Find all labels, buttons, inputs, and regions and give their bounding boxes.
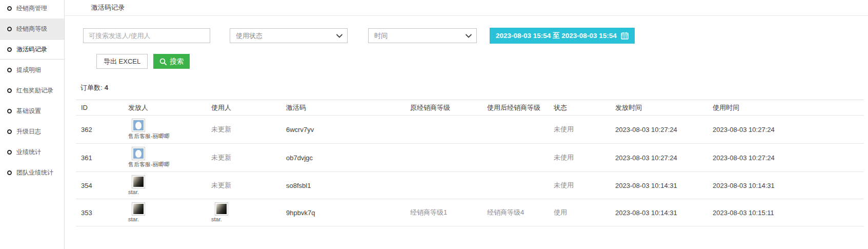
page-title-bar: 激活码记录 <box>65 0 868 16</box>
table-row: 353star.star.9hpbvk7q经销商等级1经销商等级4使用2023-… <box>76 199 864 226</box>
sidebar-item-2[interactable]: 激活码记录 <box>0 39 64 60</box>
person-name: 售后客服-丽唧唧 <box>128 132 170 140</box>
default-avatar-image <box>133 148 144 159</box>
sidebar-menu: 经销商管理经销商等级激活码记录提成明细红包奖励记录基础设置升级日志业绩统计团队业… <box>0 0 64 183</box>
avatar <box>132 175 145 188</box>
person-name: star. <box>128 189 145 195</box>
sidebar-item-7[interactable]: 业绩统计 <box>0 142 64 162</box>
photo-avatar-image <box>133 204 144 214</box>
table-row: 354star.未更新so8fsbl1未使用2023-08-03 10:14:3… <box>76 172 864 199</box>
cell-issued-at: 2023-08-03 10:14:31 <box>610 172 708 199</box>
cell-sender: 售后客服-丽唧唧 <box>123 116 206 144</box>
sidebar-item-label: 提成明细 <box>16 66 41 74</box>
table-row: 361售后客服-丽唧唧未更新ob7dvjgc未使用2023-08-03 10:2… <box>76 144 864 172</box>
sidebar-item-0[interactable]: 经销商管理 <box>0 0 64 18</box>
avatar <box>132 202 145 216</box>
cell-issued-at: 2023-08-03 10:14:31 <box>610 199 708 226</box>
cell-level-before <box>405 172 482 199</box>
photo-avatar-image <box>133 177 144 187</box>
cell-level-before <box>405 116 482 144</box>
status-select-value: 使用状态 <box>236 31 263 41</box>
sidebar-item-8[interactable]: 团队业绩统计 <box>0 162 64 183</box>
column-header: 使用后经销商等级 <box>482 100 549 116</box>
sidebar-item-4[interactable]: 红包奖励记录 <box>0 80 64 101</box>
order-count: 订单数:4 <box>76 83 864 92</box>
cell-used-at: 2023-08-03 10:27:24 <box>708 144 864 172</box>
column-header: 使用人 <box>206 100 281 116</box>
date-range-value: 2023-08-03 15:54 至 2023-08-03 15:54 <box>496 31 617 41</box>
circle-icon <box>7 150 12 155</box>
sidebar-item-1[interactable]: 经销商等级 <box>0 18 64 39</box>
cell-level-after: 经销商等级4 <box>482 199 549 226</box>
cell-id: 362 <box>76 116 123 144</box>
person: star. <box>128 202 145 222</box>
sidebar-item-5[interactable]: 基础设置 <box>0 101 64 121</box>
cell-id: 353 <box>76 199 123 226</box>
status-select[interactable]: 使用状态 <box>230 28 348 43</box>
person: 售后客服-丽唧唧 <box>128 119 170 140</box>
chevron-down-icon <box>466 34 472 38</box>
sidebar-item-label: 激活码记录 <box>16 45 47 54</box>
cell-used-at: 2023-08-03 10:15:11 <box>708 199 864 226</box>
button-row: 导出 EXCEL 搜索 <box>96 54 864 69</box>
cell-id: 361 <box>76 144 123 172</box>
search-button[interactable]: 搜索 <box>153 54 190 69</box>
export-excel-button[interactable]: 导出 EXCEL <box>96 54 148 69</box>
cell-issued-at: 2023-08-03 10:27:24 <box>610 144 708 172</box>
cell-status: 未使用 <box>549 172 610 199</box>
main-panel: 激活码记录 使用状态 时间 2023-08-03 15:54 至 2023-08… <box>65 0 868 249</box>
sidebar: 经销商管理经销商等级激活码记录提成明细红包奖励记录基础设置升级日志业绩统计团队业… <box>0 0 65 249</box>
cell-sender: 售后客服-丽唧唧 <box>123 144 206 172</box>
time-select-value: 时间 <box>374 31 388 41</box>
page-title: 激活码记录 <box>91 3 125 12</box>
cell-used-at: 2023-08-03 10:27:24 <box>708 116 864 144</box>
person: star. <box>211 202 228 222</box>
cell-user: 未更新 <box>206 172 281 199</box>
order-count-label: 订单数: <box>80 84 103 91</box>
cell-status: 使用 <box>549 199 610 226</box>
cell-status: 未使用 <box>549 144 610 172</box>
sidebar-item-label: 业绩统计 <box>16 148 41 157</box>
cell-used-at: 2023-08-03 10:14:31 <box>708 172 864 199</box>
order-count-value: 4 <box>105 84 108 91</box>
filter-row: 使用状态 时间 2023-08-03 15:54 至 2023-08-03 15… <box>76 28 864 44</box>
cell-sender: star. <box>123 172 206 199</box>
person-name: star. <box>211 216 228 222</box>
circle-icon <box>7 47 12 52</box>
sidebar-item-label: 升级日志 <box>16 127 41 136</box>
sidebar-item-label: 经销商管理 <box>16 4 47 13</box>
cell-level-after <box>482 144 549 172</box>
cell-level-after <box>482 116 549 144</box>
cell-code: 9hpbvk7q <box>281 199 405 226</box>
cell-sender: star. <box>123 199 206 226</box>
circle-icon <box>7 6 12 11</box>
circle-icon <box>7 109 12 113</box>
column-header: 激活码 <box>281 100 405 116</box>
column-header: 使用时间 <box>708 100 864 116</box>
default-avatar-image <box>133 120 144 130</box>
chevron-down-icon <box>336 34 342 38</box>
person-name: 售后客服-丽唧唧 <box>128 161 170 168</box>
search-input[interactable] <box>83 28 210 43</box>
date-range-button[interactable]: 2023-08-03 15:54 至 2023-08-03 15:54 <box>490 28 635 44</box>
cell-issued-at: 2023-08-03 10:27:24 <box>610 116 708 144</box>
calendar-icon <box>621 32 629 40</box>
sidebar-item-label: 红包奖励记录 <box>16 86 53 95</box>
cell-level-before: 经销商等级1 <box>405 199 482 226</box>
cell-user: 未更新 <box>206 144 281 172</box>
sidebar-item-label: 基础设置 <box>16 107 41 116</box>
circle-icon <box>7 27 12 31</box>
sidebar-item-3[interactable]: 提成明细 <box>0 60 64 80</box>
column-header: 原经销商等级 <box>405 100 482 116</box>
photo-avatar-image <box>216 204 227 214</box>
circle-icon <box>7 129 12 134</box>
cell-user: star. <box>206 199 281 226</box>
person: star. <box>128 175 145 195</box>
search-icon <box>159 58 167 65</box>
sidebar-item-6[interactable]: 升级日志 <box>0 121 64 142</box>
cell-code: ob7dvjgc <box>281 144 405 172</box>
column-header: 发放时间 <box>610 100 708 116</box>
time-select[interactable]: 时间 <box>368 28 477 43</box>
table-row: 362售后客服-丽唧唧未更新6wcrv7yv未使用2023-08-03 10:2… <box>76 116 864 144</box>
circle-icon <box>7 170 12 175</box>
